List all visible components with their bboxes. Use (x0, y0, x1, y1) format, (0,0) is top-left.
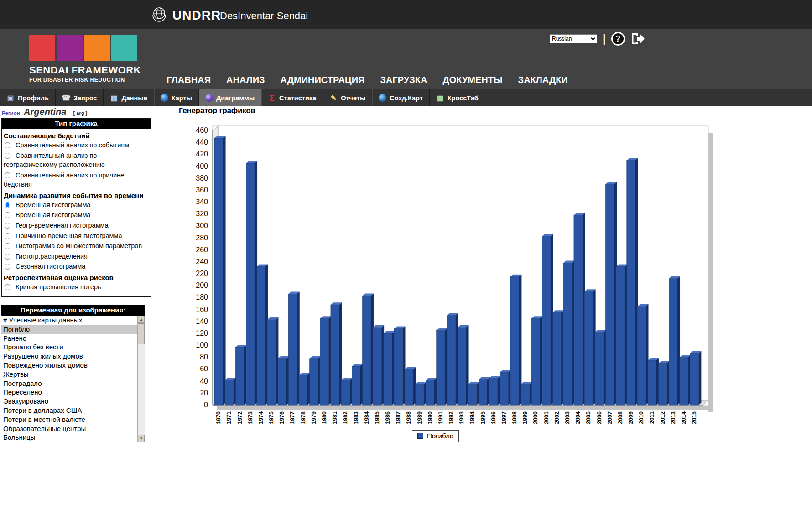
svg-text:2005: 2005 (585, 411, 592, 424)
svg-text:1983: 1983 (353, 411, 359, 424)
separator: | (603, 32, 606, 45)
svg-text:20: 20 (200, 389, 208, 397)
tab-label: Диаграммы (216, 94, 255, 102)
chart-type-option[interactable]: Сезонная гистограмма (4, 262, 148, 271)
svg-text:160: 160 (196, 306, 208, 313)
tab-maps[interactable]: Карты (154, 89, 199, 106)
scroll-down-icon[interactable]: ▼ (138, 435, 145, 442)
variable-list-item[interactable]: Потери в долларах США (1, 406, 137, 415)
radio-button[interactable] (5, 142, 10, 148)
tab-label: Статистика (279, 94, 316, 102)
tab-statistics[interactable]: Σ Статистика (261, 89, 323, 106)
chart-type-option[interactable]: Гистогр.распределения (4, 252, 148, 261)
svg-text:120: 120 (196, 329, 208, 337)
option-label: Гистограмма со множеством параметров (16, 242, 142, 250)
tab-label: Профиль (18, 94, 49, 102)
tab-reports[interactable]: ✎ Отчеты (323, 89, 372, 106)
svg-text:1998: 1998 (511, 411, 518, 424)
variable-list-item[interactable]: Разрушено жилых домов (1, 352, 137, 361)
svg-text:1971: 1971 (226, 411, 232, 424)
svg-text:1977: 1977 (289, 411, 296, 424)
variable-list-item[interactable]: Ранено (1, 334, 137, 343)
scroll-thumb[interactable] (138, 323, 145, 344)
nav-item-documents[interactable]: ДОКУМЕНТЫ (442, 75, 502, 85)
variable-list-item[interactable]: Образовательные центры (1, 424, 137, 433)
svg-text:340: 340 (196, 198, 208, 206)
radio-button[interactable] (5, 243, 10, 249)
chart-type-option[interactable]: Сравнительный анализ по событиям (4, 140, 148, 150)
tab-charts[interactable]: Диаграммы (199, 89, 261, 106)
mapmaker-globe-icon (379, 94, 386, 102)
radio-button[interactable] (5, 233, 10, 239)
chart-type-option[interactable]: Сравнительный анализ по географическому … (4, 151, 148, 170)
variable-list-item[interactable]: Эвакуировано (1, 397, 137, 406)
chart-type-option[interactable]: Временная гистограмма (4, 210, 148, 220)
logout-icon[interactable] (630, 32, 645, 45)
variable-list-item[interactable]: Потери в местной валюте (1, 415, 137, 424)
tab-data[interactable]: ▦ Данные (104, 89, 154, 106)
variable-list-item[interactable]: Больницы (1, 433, 137, 442)
scroll-up-icon[interactable]: ▲ (138, 316, 145, 323)
svg-text:2001: 2001 (543, 411, 550, 424)
tab-label: Отчеты (341, 94, 365, 102)
svg-text:1976: 1976 (279, 411, 285, 424)
variable-list-item[interactable]: Переселено (1, 388, 137, 397)
option-label: Сравнительный анализ по причине бедствия (4, 172, 124, 188)
svg-text:1970: 1970 (215, 411, 222, 424)
app-title: DesInventar Sendai (220, 10, 308, 22)
chart-type-option[interactable]: Причинно-временная гистограмма (4, 231, 148, 241)
svg-text:60: 60 (200, 365, 208, 373)
scrollbar[interactable]: ▲ ▼ (137, 316, 145, 442)
svg-text:1985: 1985 (374, 411, 380, 424)
svg-text:1991: 1991 (437, 411, 444, 424)
svg-text:100: 100 (196, 341, 208, 349)
tab-crosstab[interactable]: ▦ КроссТаб (430, 89, 485, 106)
variable-list-item[interactable]: Погибло (1, 325, 137, 334)
radio-button[interactable] (5, 172, 10, 178)
chart-type-option[interactable]: Кривая превышения потерь (4, 282, 148, 292)
nav-item-home[interactable]: ГЛАВНАЯ (167, 75, 211, 85)
svg-text:1982: 1982 (342, 411, 349, 424)
svg-text:300: 300 (196, 222, 208, 229)
radio-button[interactable] (5, 202, 10, 208)
svg-text:420: 420 (196, 150, 208, 158)
tab-profile[interactable]: ▣ Профиль (0, 89, 56, 106)
radio-button[interactable] (5, 284, 10, 290)
chart-type-option[interactable]: Геогр-временная гистограмма (4, 221, 148, 230)
radio-button[interactable] (5, 264, 10, 270)
variable-panel: Переменная для изображения: # Учетные ка… (1, 305, 145, 442)
svg-text:2011: 2011 (649, 411, 655, 424)
variable-list-item[interactable]: Повреждено жилых домов (1, 361, 137, 370)
radio-button[interactable] (5, 212, 10, 218)
tab-query[interactable]: ☎ Запрос (56, 89, 104, 106)
radio-button[interactable] (5, 153, 10, 159)
radio-button[interactable] (5, 254, 10, 260)
svg-text:40: 40 (200, 377, 208, 385)
undrr-logo: UNDRR (151, 6, 221, 25)
variable-list-item[interactable]: Жертвы (1, 370, 137, 379)
chart-type-option[interactable]: Гистограмма со множеством параметров (4, 241, 148, 251)
tab-mapmaker[interactable]: Созд.Карт (372, 89, 429, 106)
language-select[interactable]: Russian (550, 34, 597, 43)
svg-text:1978: 1978 (300, 411, 307, 424)
nav-item-administration[interactable]: АДМИНИСТРАЦИЯ (281, 75, 365, 85)
profile-icon: ▣ (6, 94, 15, 102)
sendai-square (29, 35, 55, 61)
help-icon[interactable]: ? (611, 32, 625, 46)
chart-type-option[interactable]: Сравнительный анализ по причине бедствия (4, 171, 148, 189)
nav-item-bookmarks[interactable]: ЗАКЛАДКИ (518, 75, 568, 85)
svg-text:2004: 2004 (575, 411, 581, 424)
radio-button[interactable] (5, 223, 10, 229)
variable-list-item[interactable]: Пропало без вести (1, 343, 137, 352)
nav-item-analysis[interactable]: АНАЛИЗ (226, 75, 265, 85)
group-heading: Составляющие бедствий (4, 132, 148, 140)
svg-text:2014: 2014 (681, 411, 687, 424)
chart-type-option[interactable]: Временная гистограмма (4, 200, 148, 210)
variable-list-item[interactable]: Пострадало (1, 379, 137, 388)
nav-item-upload[interactable]: ЗАГРУЗКА (380, 75, 427, 85)
data-icon: ▦ (110, 94, 118, 102)
svg-text:140: 140 (196, 317, 208, 325)
variable-list-item[interactable]: # Учетные карты данных (1, 316, 137, 325)
svg-text:2012: 2012 (660, 411, 666, 424)
sendai-framework-logo: SENDAI FRAMEWORK FOR DISASTER RISK REDUC… (29, 35, 141, 83)
